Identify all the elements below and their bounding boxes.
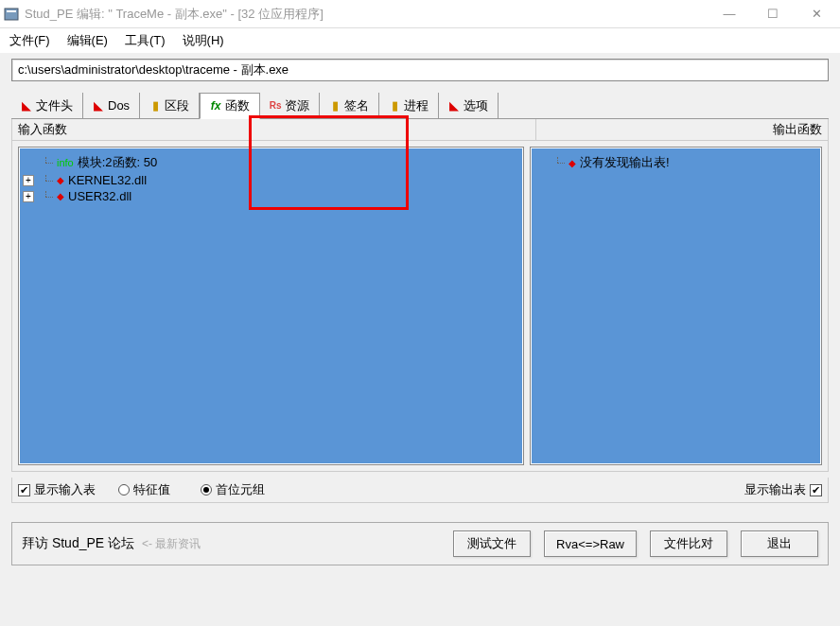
flag-icon: ◣ — [93, 100, 104, 112]
checkbox-icon: ✔ — [810, 484, 822, 496]
radio-label: 首位元组 — [216, 481, 265, 498]
info-icon: info — [57, 157, 74, 168]
import-tree[interactable]: info 模块:2函数: 50 + ◆ KERNEL32.dll + ◆ USE… — [18, 147, 524, 465]
tab-label: 进程 — [404, 97, 429, 114]
minimize-button[interactable]: — — [708, 1, 751, 27]
window-title: Stud_PE 编辑: " TraceMe - 副本.exe" - [32 位应… — [25, 6, 708, 23]
flag-icon: ◣ — [21, 100, 32, 112]
checkbox-label: 显示输入表 — [34, 481, 96, 498]
tab-label: Dos — [108, 98, 130, 113]
radio-label: 特征值 — [133, 481, 170, 498]
path-toolbar — [0, 53, 840, 83]
expand-icon[interactable]: + — [23, 175, 34, 186]
diamond-icon: ◆ — [569, 158, 576, 168]
rs-icon: Rs — [270, 100, 281, 112]
expand-icon[interactable]: + — [23, 191, 34, 202]
export-tree[interactable]: ◆ 没有发现输出表! — [530, 147, 822, 465]
panel-headers: 输入函数 输出函数 — [11, 118, 829, 141]
radio-icon — [118, 484, 130, 496]
menu-help[interactable]: 说明(H) — [183, 32, 224, 49]
export-panel-header: 输出函数 — [536, 119, 829, 141]
tab-label: 函数 — [225, 97, 250, 114]
show-export-checkbox[interactable]: 显示输出表 ✔ — [744, 481, 822, 498]
tree-item[interactable]: + ◆ KERNEL32.dll — [23, 172, 519, 188]
flag-icon: ▮ — [149, 100, 161, 112]
tab-resources[interactable]: Rs 资源 — [260, 93, 320, 118]
tab-process[interactable]: ▮ 进程 — [379, 93, 439, 118]
tab-functions[interactable]: fx 函数 — [200, 93, 260, 119]
window-controls: — ☐ ✕ — [708, 1, 838, 27]
tree-root[interactable]: info 模块:2函数: 50 — [23, 153, 519, 172]
tab-options[interactable]: ◣ 选项 — [439, 93, 499, 118]
footer-bar: 拜访 Stud_PE 论坛 <- 最新资讯 测试文件 Rva<=>Raw 文件比… — [11, 522, 829, 565]
tab-label: 区段 — [165, 97, 189, 114]
import-panel-header: 输入函数 — [11, 119, 536, 141]
titlebar: Stud_PE 编辑: " TraceMe - 副本.exe" - [32 位应… — [0, 0, 840, 28]
show-import-checkbox[interactable]: ✔ 显示输入表 — [18, 481, 96, 498]
tab-sections[interactable]: ▮ 区段 — [140, 93, 200, 118]
app-icon — [2, 5, 21, 24]
test-file-button[interactable]: 测试文件 — [453, 530, 531, 557]
tree-root[interactable]: ◆ 没有发现输出表! — [534, 153, 817, 172]
news-link[interactable]: <- 最新资讯 — [142, 536, 201, 552]
file-path-input[interactable] — [11, 59, 829, 81]
menu-edit[interactable]: 编辑(E) — [67, 32, 108, 49]
diamond-icon: ◆ — [57, 175, 64, 185]
tree-root-label: 模块:2函数: 50 — [78, 154, 158, 171]
radio-group: 特征值 首位元组 — [118, 481, 265, 498]
svg-rect-1 — [7, 10, 16, 12]
maximize-button[interactable]: ☐ — [751, 1, 795, 27]
first-byte-radio[interactable]: 首位元组 — [201, 481, 265, 498]
checkbox-label: 显示输出表 — [744, 481, 806, 498]
diamond-icon: ◆ — [57, 191, 64, 201]
controls-row: ✔ 显示输入表 特征值 首位元组 显示输出表 ✔ — [11, 478, 829, 503]
tab-file-header[interactable]: ◣ 文件头 — [11, 93, 83, 118]
file-compare-button[interactable]: 文件比对 — [650, 530, 727, 557]
feature-value-radio[interactable]: 特征值 — [118, 481, 170, 498]
tab-signature[interactable]: ▮ 签名 — [320, 93, 379, 118]
tab-label: 文件头 — [36, 97, 73, 114]
radio-icon — [201, 484, 212, 496]
tree-item-label: KERNEL32.dll — [68, 173, 147, 187]
tab-label: 选项 — [464, 97, 488, 114]
fx-icon: fx — [210, 100, 221, 112]
flag-icon: ▮ — [329, 100, 341, 112]
close-button[interactable]: ✕ — [795, 1, 838, 27]
menu-file[interactable]: 文件(F) — [9, 32, 50, 49]
flag-icon: ▮ — [389, 100, 400, 112]
tab-label: 资源 — [285, 97, 309, 114]
tabbar: ◣ 文件头 ◣ Dos ▮ 区段 fx 函数 Rs 资源 ▮ 签名 ▮ 进程 ◣… — [11, 93, 829, 118]
no-export-label: 没有发现输出表! — [580, 154, 670, 171]
checkbox-icon: ✔ — [18, 484, 30, 496]
svg-rect-0 — [5, 9, 18, 20]
visit-forum-label: 拜访 Stud_PE 论坛 — [22, 535, 134, 552]
tree-item-label: USER32.dll — [68, 189, 131, 203]
rva-raw-button[interactable]: Rva<=>Raw — [544, 530, 637, 557]
tree-item[interactable]: + ◆ USER32.dll — [23, 188, 519, 204]
function-panels: info 模块:2函数: 50 + ◆ KERNEL32.dll + ◆ USE… — [11, 141, 829, 472]
flag-icon: ◣ — [448, 100, 460, 112]
exit-button[interactable]: 退出 — [741, 530, 818, 557]
menubar: 文件(F) 编辑(E) 工具(T) 说明(H) — [0, 28, 840, 53]
tab-dos[interactable]: ◣ Dos — [83, 93, 140, 118]
tab-label: 签名 — [344, 97, 369, 114]
menu-tools[interactable]: 工具(T) — [125, 32, 166, 49]
